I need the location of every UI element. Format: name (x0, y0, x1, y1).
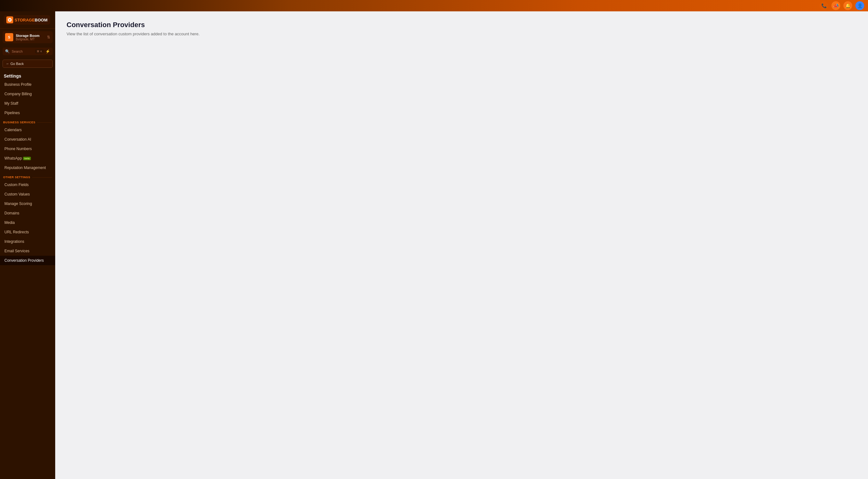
settings-heading: Settings (0, 70, 55, 80)
page-title: Conversation Providers (67, 21, 857, 29)
sidebar-item-whatsapp[interactable]: WhatsAppbeta (0, 154, 55, 163)
sidebar-item-business-profile[interactable]: Business Profile (0, 80, 55, 89)
section-divider-line (37, 122, 52, 123)
phone-icon[interactable]: 📞 (819, 1, 828, 10)
bell-icon[interactable]: 🔔 (843, 1, 852, 10)
search-bar[interactable]: 🔍 Search ⌘ K ⚡ (2, 47, 53, 55)
user-avatar-icon[interactable]: 👤 (856, 1, 864, 10)
topbar: 📞 📣 🔔 👤 (0, 0, 868, 11)
logo: STORAGEBOOM (4, 15, 50, 25)
sidebar: STORAGEBOOM S Storage Boom Belgrade, MT … (0, 0, 55, 479)
sidebar-item-conversation-ai[interactable]: Conversation AI (0, 135, 55, 144)
sidebar-item-url-redirects[interactable]: URL Redirects (0, 227, 55, 237)
sidebar-item-manage-scoring[interactable]: Manage Scoring (0, 199, 55, 209)
account-location: Belgrade, MT (16, 37, 44, 41)
search-shortcut: ⌘ K (35, 50, 43, 53)
sidebar-item-integrations[interactable]: Integrations (0, 237, 55, 246)
sidebar-item-email-services[interactable]: Email Services (0, 246, 55, 256)
sidebar-item-pipelines[interactable]: Pipelines (0, 108, 55, 118)
sidebar-item-phone-numbers[interactable]: Phone Numbers (0, 144, 55, 154)
content-area (67, 42, 857, 232)
sidebar-item-media[interactable]: Media (0, 218, 55, 227)
megaphone-icon[interactable]: 📣 (831, 1, 840, 10)
account-name: Storage Boom (16, 34, 44, 37)
sidebar-item-company-billing[interactable]: Company Billing (0, 89, 55, 99)
lightning-icon: ⚡ (45, 49, 50, 54)
sidebar-item-conversation-providers[interactable]: Conversation Providers (0, 256, 55, 265)
section-other-label: OTHER SETTINGS (3, 175, 30, 179)
sidebar-item-my-staff[interactable]: My Staff (0, 99, 55, 108)
section-business-label: BUSINESS SERVICES (3, 121, 35, 124)
main-content: Conversation Providers View the list of … (55, 11, 868, 479)
sidebar-item-calendars[interactable]: Calendars (0, 125, 55, 135)
nav-other: Custom Fields Custom Values Manage Scori… (0, 180, 55, 265)
nav-business: Calendars Conversation AI Phone Numbers … (0, 125, 55, 172)
account-avatar: S (5, 33, 13, 41)
beta-badge: beta (23, 157, 31, 160)
search-placeholder: Search (12, 50, 33, 53)
logo-text: STORAGEBOOM (14, 18, 48, 22)
section-business-services: BUSINESS SERVICES (3, 121, 52, 124)
account-info: Storage Boom Belgrade, MT (16, 34, 44, 41)
nav-main: Business Profile Company Billing My Staf… (0, 80, 55, 118)
search-icon: 🔍 (5, 49, 10, 54)
account-selector[interactable]: S Storage Boom Belgrade, MT ⇅ (2, 31, 53, 43)
logo-area: STORAGEBOOM (0, 11, 55, 29)
section-other-divider-line (32, 177, 52, 178)
section-other-settings: OTHER SETTINGS (3, 175, 52, 179)
chevron-icon: ⇅ (47, 35, 50, 39)
sidebar-item-reputation-management[interactable]: Reputation Management (0, 163, 55, 172)
logo-icon (6, 17, 13, 23)
sidebar-item-custom-values[interactable]: Custom Values (0, 190, 55, 199)
sidebar-item-domains[interactable]: Domains (0, 209, 55, 218)
sidebar-item-custom-fields[interactable]: Custom Fields (0, 180, 55, 190)
go-back-button[interactable]: ← Go Back (2, 60, 53, 68)
page-subtitle: View the list of conversation custom pro… (67, 32, 857, 36)
